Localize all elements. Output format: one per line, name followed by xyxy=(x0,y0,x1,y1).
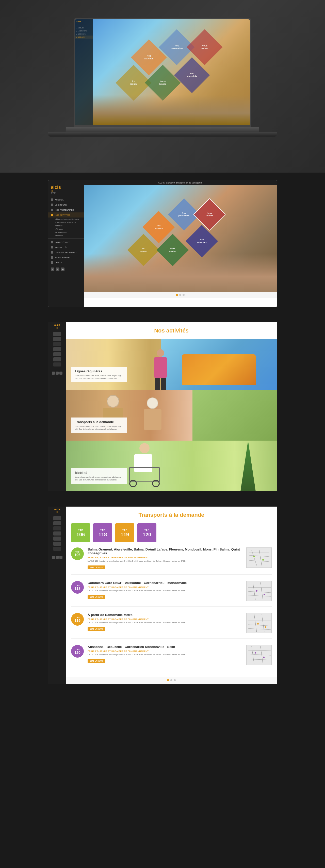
wheelchair-wheels xyxy=(129,480,167,487)
nav-sub-evenementiel[interactable]: » Evenementiel xyxy=(48,231,84,234)
sidebar-social: f t in xyxy=(48,265,84,274)
elderly-woman xyxy=(140,398,165,441)
nav-item-actualites[interactable]: ACTUALITÉS xyxy=(48,245,84,250)
laptop-screen-content: alcis ⌂ ACCUEIL ■ LE GROUPE ■ NOS PART. … xyxy=(75,19,250,125)
wheelchair-head xyxy=(139,443,150,453)
act-logo-text: alcis xyxy=(50,323,65,327)
activites-main: Nos activités xyxy=(66,322,277,491)
nav-item-accueil[interactable]: ACCUEIL xyxy=(48,197,84,202)
act-sidebar-social xyxy=(50,372,65,375)
nav-item-espace-prive[interactable]: ESPACE PRIVÉ xyxy=(48,255,84,260)
person-head xyxy=(157,349,164,357)
nav-item-notre-equipe[interactable]: NOTRE ÉQUIPE xyxy=(48,240,84,245)
nav-item-nos-partenaires[interactable]: NOS PARTENAIRES xyxy=(48,207,84,212)
tad-badge-118-number: 118 xyxy=(98,532,107,537)
tad-entry-title-106: Balma Gramont, Aigrefeuille, Balma, Drém… xyxy=(88,548,242,555)
person-body xyxy=(154,358,167,378)
dot-2[interactable] xyxy=(179,294,181,296)
tad-nav-icon-1 xyxy=(53,516,61,520)
map-svg-118 xyxy=(246,581,272,601)
tree xyxy=(240,441,256,491)
facebook-icon[interactable]: f xyxy=(51,268,54,271)
tad-badge-106-label: TAD xyxy=(78,529,83,532)
tad-fb-icon xyxy=(52,556,55,559)
page-dot-2[interactable] xyxy=(170,679,172,681)
site-header-bar: ALCIS, transport d'usagers et de voyageu… xyxy=(84,180,277,185)
nav-item-le-groupe[interactable]: LE GROUPE xyxy=(48,202,84,207)
lock-icon xyxy=(51,256,53,259)
tad-read-more-106[interactable]: LIRE LA SUITE xyxy=(88,565,106,569)
tad-badge-120[interactable]: TAD 120 xyxy=(137,523,156,542)
tad-badge-118[interactable]: TAD 118 xyxy=(93,523,112,542)
tad-entry-118: TAD 118 Colomiers Gare SNCF - Aussonne -… xyxy=(71,581,272,607)
activity-block-mobilite: Mobilité Lorem ipsum dolor sit amet, con… xyxy=(66,441,277,491)
nav-divider xyxy=(48,238,84,239)
sd-nous-trouver[interactable]: Noustrouver xyxy=(193,198,226,230)
tad-circle-119[interactable]: TAD 119 xyxy=(71,613,84,626)
elderly-woman-head xyxy=(147,398,158,409)
tad-entry-subtitle-106: PRINCIPE, JOURS ET HORAIRES DE FONCTIONN… xyxy=(88,556,242,559)
tad-circle-118-number: 118 xyxy=(75,587,80,590)
tad-entry-title-118: Colomiers Gare SNCF - Aussonne - Corneba… xyxy=(88,581,242,585)
tad-nav-icon-3 xyxy=(53,526,61,530)
landscape xyxy=(93,95,250,125)
act-logo-wave: |||| xyxy=(50,327,65,329)
tad-read-more-119[interactable]: LIRE LA SUITE xyxy=(88,627,106,631)
tad-read-more-118[interactable]: LIRE LA SUITE xyxy=(88,595,106,599)
tad-badge-106[interactable]: TAD 106 xyxy=(71,523,90,542)
activity-desc-transports: Lorem ipsum dolor sit amet, consectetur … xyxy=(75,425,123,430)
site-tagline: ALCIS, transport d'usagers et de voyageu… xyxy=(158,182,202,184)
laptop-nav-item-active: ■ NOS ACT. xyxy=(75,35,93,38)
tad-read-more-120[interactable]: LIRE LA SUITE xyxy=(88,659,106,663)
section-website: alcis |||| groupe ACCUEIL LE GROUPE NOS … xyxy=(0,173,325,315)
nav-item-ou-nous-trouver[interactable]: OÙ NOUS TROUVER ? xyxy=(48,250,84,255)
nav-sub-lignes[interactable]: » Lignes régulières - Scolaires xyxy=(48,218,84,221)
section-laptop: alcis ⌂ ACCUEIL ■ LE GROUPE ■ NOS PART. … xyxy=(0,0,325,173)
elderly-man-head xyxy=(107,395,119,408)
tad-badge-119[interactable]: TAD 119 xyxy=(115,523,134,542)
tad-entry-subtitle-120: PRINCIPE, JOURS ET HORAIRES DE FONCTIONN… xyxy=(88,650,242,652)
activity-title-transports: Transports à la demande xyxy=(75,420,123,424)
page-dot-active[interactable] xyxy=(167,679,169,681)
nav-sub-transports[interactable]: » Transports à la demande xyxy=(48,221,84,224)
twitter-icon[interactable]: t xyxy=(56,268,59,271)
tad-entry-info-118: Colomiers Gare SNCF - Aussonne - Corneba… xyxy=(88,581,242,601)
linkedin-icon[interactable]: in xyxy=(61,268,64,271)
nav-item-nos-activites[interactable]: NOS ACTIVITÉS xyxy=(48,212,84,218)
tad-circle-119-number: 119 xyxy=(75,619,80,622)
nav-label-accueil: ACCUEIL xyxy=(55,199,64,201)
dot-1[interactable] xyxy=(176,294,178,296)
sd-nos-actualites[interactable]: Nosactualités xyxy=(186,225,218,257)
dot-3[interactable] xyxy=(182,294,185,296)
tad-logo-wave: |||| xyxy=(50,510,65,513)
nav-label-nos-activites: NOS ACTIVITÉS xyxy=(55,214,70,216)
nav-sub-mobilite[interactable]: » Mobilité xyxy=(48,224,84,227)
activity-desc-lignes: Lorem ipsum dolor sit amet, consectetur … xyxy=(75,374,123,380)
tad-logo-text: alcis xyxy=(50,508,65,510)
act-nav-icon-3 xyxy=(53,342,61,346)
tad-main: Transports à la demande TAD 106 TAD 118 … xyxy=(66,506,277,684)
tad-circle-106[interactable]: TAD 106 xyxy=(71,548,84,560)
group-icon xyxy=(51,204,53,206)
tad-circle-120[interactable]: TAD 120 xyxy=(71,645,84,658)
activity-label-mobilite: Mobilité Lorem ipsum dolor sit amet, con… xyxy=(71,468,127,484)
tad-circle-120-number: 120 xyxy=(75,651,80,654)
map-svg-106 xyxy=(246,548,272,568)
page-dot-3[interactable] xyxy=(174,679,176,681)
tad-sidebar: alcis |||| xyxy=(48,506,66,684)
leg-left xyxy=(155,378,160,390)
nav-sub-voyages[interactable]: » Voyages xyxy=(48,227,84,231)
nav-item-contact[interactable]: CONTACT xyxy=(48,260,84,265)
tad-circle-106-number: 106 xyxy=(75,553,80,557)
site-hero: Nosactivités Nospartenaires Noustrouver … xyxy=(84,185,277,292)
nav-sub-location[interactable]: » Location xyxy=(48,234,84,237)
nav-label-actualites: ACTUALITÉS xyxy=(55,246,67,248)
section-tad: alcis |||| Transports à la demande xyxy=(0,499,325,691)
tad-circle-118[interactable]: TAD 118 xyxy=(71,581,84,594)
website-frame: alcis |||| groupe ACCUEIL LE GROUPE NOS … xyxy=(48,180,277,307)
act-sidebar-logo: alcis |||| xyxy=(48,322,66,330)
mail-icon xyxy=(51,261,53,264)
svg-point-30 xyxy=(255,652,256,654)
nav-label-notre-equipe: NOTRE ÉQUIPE xyxy=(55,241,70,243)
laptop-screen: alcis ⌂ ACCUEIL ■ LE GROUPE ■ NOS PART. … xyxy=(73,18,252,127)
